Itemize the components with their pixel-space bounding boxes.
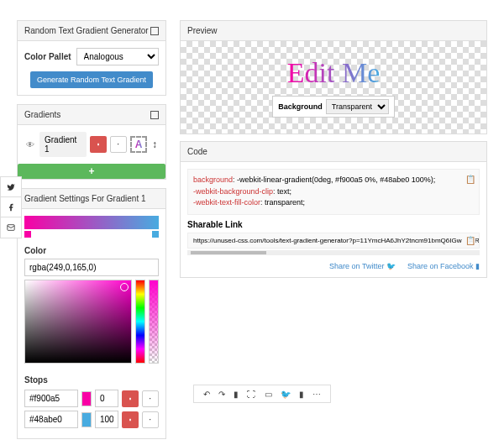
file-icon[interactable]: ▮ bbox=[234, 390, 239, 399]
sharable-link-label: Sharable Link bbox=[187, 220, 480, 229]
generate-button[interactable]: Generate Random Text Gradient bbox=[30, 71, 153, 88]
stop-hex-input[interactable] bbox=[24, 390, 78, 407]
delete-stop-button[interactable] bbox=[122, 390, 139, 407]
stop-swatch[interactable] bbox=[81, 391, 92, 406]
gradients-panel: Gradients 👁 Gradient 1 A ↕ bbox=[17, 104, 166, 180]
gradient-row: 👁 Gradient 1 A ↕ bbox=[24, 132, 159, 157]
stop-hex-input[interactable] bbox=[24, 411, 78, 428]
facebook-share-icon[interactable]: ▮ bbox=[299, 390, 304, 399]
gradient-stop-handle[interactable] bbox=[24, 231, 31, 238]
preview-panel: Preview Edit Me Background Transparent bbox=[180, 20, 487, 134]
panel-title: Code bbox=[187, 147, 207, 156]
visibility-icon[interactable]: 👁 bbox=[24, 140, 36, 149]
duplicate-stop-button[interactable] bbox=[142, 390, 159, 407]
svg-rect-2 bbox=[150, 398, 151, 399]
color-pallet-label: Color Pallet bbox=[24, 52, 71, 61]
stop-row bbox=[24, 411, 159, 428]
stop-position-input[interactable] bbox=[95, 411, 118, 428]
plus-icon bbox=[88, 165, 94, 177]
stops-header: Stops bbox=[24, 375, 159, 385]
panel-title: Preview bbox=[181, 21, 486, 41]
preview-bg-select[interactable]: Transparent bbox=[326, 99, 389, 114]
folder-icon[interactable]: ▭ bbox=[265, 390, 272, 399]
delete-stop-button[interactable] bbox=[122, 411, 139, 428]
duplicate-stop-button[interactable] bbox=[142, 411, 159, 428]
color-input[interactable] bbox=[24, 259, 159, 276]
panel-title: Random Text Gradient Generator bbox=[24, 26, 149, 35]
email-icon[interactable] bbox=[1, 217, 21, 238]
social-rail bbox=[0, 176, 22, 238]
sharable-link-box[interactable]: https://unused-css.com/tools/text-gradie… bbox=[187, 233, 480, 249]
color-pallet-select[interactable]: Analogous bbox=[76, 48, 159, 65]
preview-bg-label: Background bbox=[278, 102, 323, 111]
facebook-icon[interactable] bbox=[1, 197, 21, 217]
panel-title: Gradients bbox=[24, 110, 60, 119]
svg-rect-3 bbox=[150, 419, 151, 420]
gradient-stop-handle[interactable] bbox=[152, 231, 159, 238]
color-header: Color bbox=[24, 246, 159, 255]
expand-icon[interactable]: ⛶ bbox=[247, 390, 255, 399]
svg-rect-1 bbox=[118, 144, 119, 145]
code-panel: Code background: -webkit-linear-gradient… bbox=[180, 141, 487, 278]
stop-position-input[interactable] bbox=[95, 390, 118, 407]
copy-icon[interactable]: 📋 bbox=[465, 173, 475, 186]
drag-handle-icon[interactable]: ↕ bbox=[150, 139, 159, 150]
code-output[interactable]: background: -webkit-linear-gradient(0deg… bbox=[187, 169, 480, 215]
color-picker[interactable] bbox=[24, 280, 159, 364]
gradient-bar[interactable] bbox=[24, 216, 159, 229]
gradient-settings-panel: Gradient Settings For Gradient 1 Color S… bbox=[17, 188, 166, 439]
share-facebook-link[interactable]: Share on Facebook ▮ bbox=[407, 262, 480, 270]
duplicate-gradient-button[interactable] bbox=[110, 136, 127, 153]
preview-background-selector: Background Transparent bbox=[272, 96, 395, 118]
panel-title: Gradient Settings For Gradient 1 bbox=[24, 194, 146, 203]
color-alpha-slider[interactable] bbox=[149, 280, 159, 364]
preview-text[interactable]: Edit Me bbox=[287, 57, 380, 89]
random-generator-panel: Random Text Gradient Generator Color Pal… bbox=[17, 20, 166, 96]
color-saturation-area[interactable] bbox=[24, 280, 132, 364]
delete-gradient-button[interactable] bbox=[90, 136, 107, 153]
gradient-name[interactable]: Gradient 1 bbox=[39, 132, 87, 157]
collapse-icon[interactable] bbox=[150, 27, 159, 35]
twitter-share-icon[interactable]: 🐦 bbox=[281, 390, 291, 399]
add-gradient-button[interactable] bbox=[18, 164, 165, 179]
collapse-icon[interactable] bbox=[150, 111, 159, 119]
undo-icon[interactable]: ↶ bbox=[203, 390, 210, 399]
gradient-track[interactable] bbox=[24, 231, 159, 238]
stop-row bbox=[24, 390, 159, 407]
more-icon[interactable]: ⋯ bbox=[312, 390, 321, 399]
stop-swatch[interactable] bbox=[81, 412, 92, 427]
color-hue-slider[interactable] bbox=[135, 280, 145, 364]
share-twitter-link[interactable]: Share on Twitter 🐦 bbox=[329, 262, 396, 270]
redo-icon[interactable]: ↷ bbox=[218, 390, 225, 399]
scrollbar[interactable] bbox=[187, 250, 480, 255]
twitter-icon[interactable] bbox=[1, 177, 21, 197]
gradient-preview-icon: A bbox=[130, 136, 147, 153]
copy-icon[interactable]: 📋 bbox=[462, 236, 475, 245]
bottom-toolbar: ↶ ↷ ▮ ⛶ ▭ 🐦 ▮ ⋯ bbox=[193, 385, 331, 403]
